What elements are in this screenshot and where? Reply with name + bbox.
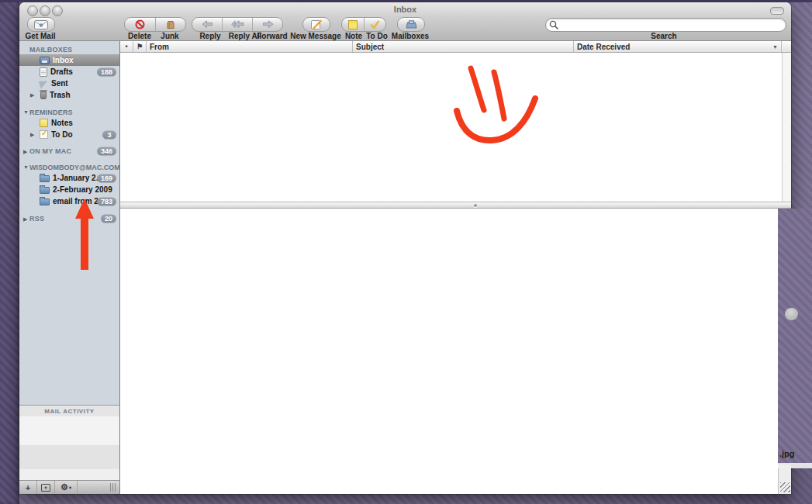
column-scrollbar-cap: [782, 41, 791, 52]
column-flag[interactable]: ⚑: [133, 41, 147, 52]
gear-icon: ⚙: [60, 482, 68, 492]
chevron-down-icon: ▾: [69, 485, 71, 490]
reply-all-arrow-icon: [231, 20, 244, 29]
get-mail-segment[interactable]: [28, 18, 54, 31]
note-button[interactable]: [342, 18, 364, 31]
window-corner-box: [778, 468, 791, 494]
drafts-label: Drafts: [50, 67, 73, 76]
folder-icon: [40, 175, 50, 182]
reply-arrow-icon: [202, 20, 213, 29]
get-mail-label: Get Mail: [20, 32, 60, 40]
sent-icon: [39, 78, 50, 88]
new-message-segment[interactable]: [303, 18, 330, 31]
add-mailbox-button[interactable]: +: [19, 481, 37, 494]
sidebar-item-folder-email[interactable]: email from 2... 783: [19, 195, 119, 207]
folder-icon: [40, 187, 50, 194]
message-preview-pane: [120, 209, 791, 494]
todo-badge: 3: [102, 130, 116, 139]
desktop-blob-icon: [785, 308, 798, 320]
forward-arrow-icon: [262, 20, 274, 29]
drafts-badge: 188: [97, 67, 116, 76]
section-rss[interactable]: RSS 20: [19, 213, 119, 224]
mailboxes-button[interactable]: [397, 17, 425, 32]
todo-button[interactable]: [364, 18, 386, 31]
compose-icon: [311, 19, 322, 29]
window-title: Inbox: [19, 5, 791, 14]
sidebar-item-folder-february[interactable]: 2-February 2009: [19, 184, 119, 195]
forward-button[interactable]: [252, 18, 282, 31]
sidebar-item-drafts[interactable]: Drafts 188: [19, 66, 119, 78]
folder-february-label: 2-February 2009: [53, 185, 112, 194]
message-list-scrollbar[interactable]: [782, 53, 791, 202]
new-message-button[interactable]: [302, 17, 330, 32]
mail-activity-label: MAIL ACTIVITY: [44, 408, 94, 415]
disclosure-triangle-icon[interactable]: [23, 161, 29, 173]
section-account[interactable]: WISDOMBODY@MAC.COM: [19, 162, 119, 172]
get-mail-button[interactable]: [27, 17, 55, 32]
disclosure-triangle-icon[interactable]: [23, 213, 29, 225]
mail-activity-band: [19, 416, 119, 445]
section-mailboxes-label: MAILBOXES: [29, 46, 72, 54]
rss-label: RSS: [29, 215, 44, 223]
note-todo-group: [341, 17, 386, 32]
notes-icon: [40, 119, 48, 127]
resize-handle-icon[interactable]: [110, 483, 117, 492]
column-subject[interactable]: Subject: [353, 41, 574, 52]
search-label: Search: [633, 32, 695, 40]
on-my-mac-badge: 346: [97, 147, 116, 156]
on-my-mac-label: ON MY MAC: [29, 147, 71, 155]
sidebar-item-notes[interactable]: Notes: [19, 117, 119, 129]
sidebar-item-todo[interactable]: To Do 3: [19, 129, 119, 140]
todo-list-icon: [40, 130, 48, 139]
resize-grip-icon[interactable]: [780, 482, 790, 492]
sidebar-item-inbox[interactable]: Inbox: [19, 54, 119, 66]
section-on-my-mac[interactable]: ON MY MAC 346: [19, 146, 119, 157]
search-field[interactable]: [545, 18, 786, 32]
activity-toggle-button[interactable]: ▾: [37, 481, 55, 494]
trash-icon: [40, 91, 47, 99]
column-date-label: Date Received: [574, 43, 630, 51]
splitter-dimple-icon: [474, 204, 477, 207]
disclosure-triangle-icon[interactable]: [30, 89, 40, 101]
column-from[interactable]: From: [147, 41, 353, 52]
junk-bag-icon: [166, 20, 175, 29]
pane-splitter[interactable]: [120, 202, 791, 209]
mailboxes-segment[interactable]: [398, 18, 424, 31]
column-date-received[interactable]: Date Received ▼: [574, 41, 782, 52]
action-menu-button[interactable]: ⚙ ▾: [55, 481, 78, 494]
mail-activity-panel: MAIL ACTIVITY: [19, 405, 119, 481]
desktop-left-strip: [0, 0, 19, 504]
mailbox-tray-icon: [406, 20, 417, 29]
sidebar-item-trash[interactable]: Trash: [19, 89, 119, 101]
search-icon: [549, 20, 558, 29]
folder-email-badge: 783: [97, 197, 116, 205]
rss-badge: 20: [101, 215, 116, 223]
sidebar-item-folder-january[interactable]: 1-January 2009 169: [19, 172, 119, 184]
folder-icon: [40, 198, 50, 205]
search-input[interactable]: [558, 19, 786, 30]
column-from-label: From: [147, 43, 169, 51]
disclosure-triangle-icon[interactable]: [23, 146, 29, 157]
message-list-body[interactable]: [120, 53, 782, 202]
reply-all-button[interactable]: [222, 18, 252, 31]
section-reminders: REMINDERS: [19, 107, 119, 117]
drafts-icon: [40, 67, 47, 77]
mail-activity-band: [19, 445, 119, 469]
disclosure-triangle-icon[interactable]: [30, 129, 40, 140]
junk-button[interactable]: [155, 18, 186, 31]
account-label: WISDOMBODY@MAC.COM: [29, 164, 120, 171]
note-icon: [348, 20, 358, 29]
column-status[interactable]: •: [120, 41, 133, 52]
notes-label: Notes: [51, 119, 73, 127]
toolbar-toggle-pill[interactable]: [770, 7, 784, 15]
inbox-label: Inbox: [53, 56, 74, 64]
disclosure-triangle-icon[interactable]: [23, 106, 29, 118]
mail-window: Inbox Get Mail Delete Junk: [19, 2, 791, 494]
desktop-light-strip: [778, 463, 812, 468]
junk-label: Junk: [150, 32, 189, 40]
delete-button[interactable]: [125, 18, 155, 31]
sidebar-item-sent[interactable]: Sent: [19, 78, 119, 89]
window-chrome: Inbox Get Mail Delete Junk: [19, 2, 791, 41]
reply-button[interactable]: [192, 18, 222, 31]
message-list-header: • ⚑ From Subject Date Received ▼: [120, 41, 791, 53]
